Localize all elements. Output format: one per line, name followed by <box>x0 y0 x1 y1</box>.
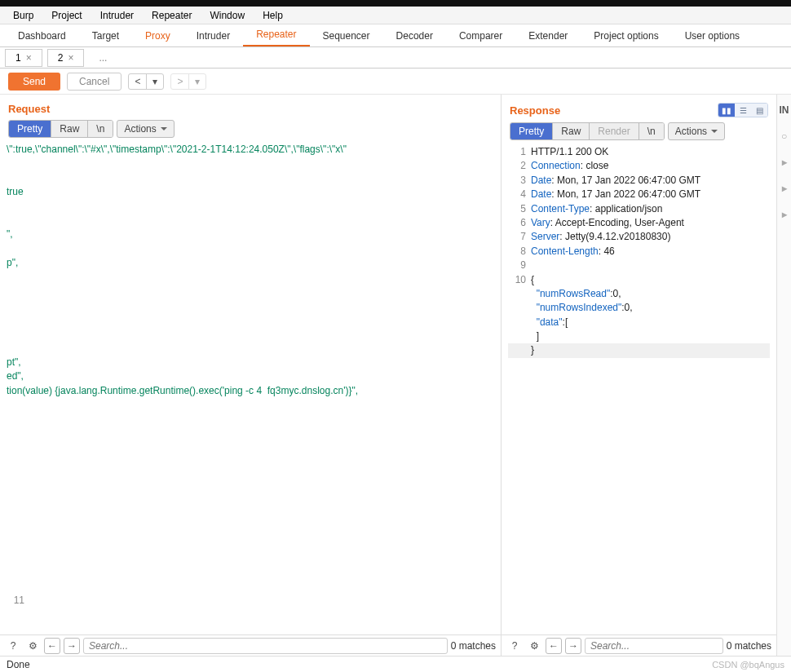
inspector-label: IN <box>780 104 789 116</box>
layout-toggle: ▮▮ ☰ ▤ <box>718 103 768 117</box>
tab-sequencer[interactable]: Sequencer <box>310 25 383 46</box>
tab-extender[interactable]: Extender <box>515 25 581 46</box>
menu-help[interactable]: Help <box>254 7 291 24</box>
history-nav: < ▾ <box>128 73 164 90</box>
tab-comparer[interactable]: Comparer <box>446 25 515 46</box>
find-prev-button[interactable]: ← <box>44 638 60 654</box>
menu-intruder[interactable]: Intruder <box>92 7 142 24</box>
request-findbar: ? ⚙ ← → 0 matches <box>0 634 501 656</box>
sidebar-item-icon[interactable]: ▸ <box>782 183 787 194</box>
main-split: Request Pretty Raw \n Actions \":true,\"… <box>0 95 791 656</box>
sidebar-item-icon[interactable]: ○ <box>781 130 787 142</box>
view-pretty[interactable]: Pretty <box>510 123 552 139</box>
layout-combined-icon[interactable]: ▤ <box>751 104 767 117</box>
tab-decoder[interactable]: Decoder <box>383 25 446 46</box>
match-count: 0 matches <box>727 640 771 652</box>
inspector-sidebar[interactable]: IN ○ ▸ ▸ ▸ <box>776 95 791 656</box>
request-editor[interactable]: \":true,\"channel\":\"#x\",\"timestamp\"… <box>0 141 501 634</box>
subtab-new[interactable]: ... <box>89 50 117 66</box>
view-pretty[interactable]: Pretty <box>9 121 51 137</box>
view-render[interactable]: Render <box>589 123 638 139</box>
chevron-down-icon <box>161 123 167 135</box>
help-icon[interactable]: ? <box>506 638 523 654</box>
menu-repeater[interactable]: Repeater <box>144 7 200 24</box>
tab-intruder[interactable]: Intruder <box>183 25 243 46</box>
view-raw[interactable]: Raw <box>51 121 87 137</box>
response-viewer[interactable]: 1HTTP/1.1 200 OK2Connection: close3Date:… <box>502 144 776 634</box>
tool-tabs: Dashboard Target Proxy Intruder Repeater… <box>0 24 791 47</box>
menu-window[interactable]: Window <box>201 7 253 24</box>
find-next-button[interactable]: → <box>64 638 80 654</box>
actions-menu[interactable]: Actions <box>117 120 174 138</box>
request-view-toggle: Pretty Raw \n <box>8 120 113 138</box>
help-icon[interactable]: ? <box>5 638 21 654</box>
layout-columns-icon[interactable]: ▮▮ <box>718 104 735 117</box>
menu-bar: Burp Project Intruder Repeater Window He… <box>0 7 791 24</box>
sidebar-item-icon[interactable]: ▸ <box>782 157 787 168</box>
search-input[interactable] <box>585 638 723 654</box>
tab-user-options[interactable]: User options <box>672 25 753 46</box>
tab-project-options[interactable]: Project options <box>581 25 671 46</box>
actions-menu[interactable]: Actions <box>668 122 725 140</box>
subtab-2[interactable]: 2× <box>47 49 85 67</box>
search-input[interactable] <box>83 638 448 654</box>
response-view-toggle: Pretty Raw Render \n <box>510 122 665 140</box>
chevron-down-icon <box>711 126 718 137</box>
repeater-toolbar: Send Cancel < ▾ > ▾ <box>0 69 791 95</box>
subtab-1[interactable]: 1× <box>5 49 42 67</box>
view-newline[interactable]: \n <box>87 121 113 137</box>
view-raw[interactable]: Raw <box>552 123 589 139</box>
titlebar <box>0 0 791 7</box>
gear-icon[interactable]: ⚙ <box>526 638 542 654</box>
menu-project[interactable]: Project <box>43 7 90 24</box>
tab-repeater[interactable]: Repeater <box>243 24 309 46</box>
repeater-subtabs: 1× 2× ... <box>0 47 791 69</box>
response-panel: Response ▮▮ ☰ ▤ Pretty Raw Render \n Act… <box>502 95 776 656</box>
history-dropdown[interactable]: ▾ <box>146 74 163 89</box>
layout-rows-icon[interactable]: ☰ <box>735 104 751 117</box>
request-title: Request <box>8 103 50 115</box>
request-panel: Request Pretty Raw \n Actions \":true,\"… <box>0 95 502 656</box>
status-bar: Done CSDN @bqAngus <box>0 656 791 672</box>
history-back-button[interactable]: < <box>129 74 146 89</box>
history-forward-button[interactable]: > <box>171 74 188 89</box>
match-count: 0 matches <box>451 640 496 652</box>
close-icon[interactable]: × <box>68 52 73 64</box>
view-newline[interactable]: \n <box>639 123 664 139</box>
response-findbar: ? ⚙ ← → 0 matches <box>502 634 776 656</box>
close-icon[interactable]: × <box>26 52 32 64</box>
history-forward-dropdown[interactable]: ▾ <box>188 74 205 89</box>
history-forward-nav: > ▾ <box>170 73 206 90</box>
response-title: Response <box>510 104 560 117</box>
cancel-button[interactable]: Cancel <box>67 73 122 91</box>
gear-icon[interactable]: ⚙ <box>24 638 41 654</box>
watermark: CSDN @bqAngus <box>712 660 784 670</box>
status-text: Done <box>7 659 30 670</box>
menu-burp[interactable]: Burp <box>5 7 42 24</box>
sidebar-item-icon[interactable]: ▸ <box>782 209 787 220</box>
find-prev-button[interactable]: ← <box>546 638 562 654</box>
send-button[interactable]: Send <box>8 73 60 91</box>
tab-proxy[interactable]: Proxy <box>132 25 183 46</box>
find-next-button[interactable]: → <box>565 638 581 654</box>
tab-target[interactable]: Target <box>79 25 132 46</box>
tab-dashboard[interactable]: Dashboard <box>5 25 79 46</box>
